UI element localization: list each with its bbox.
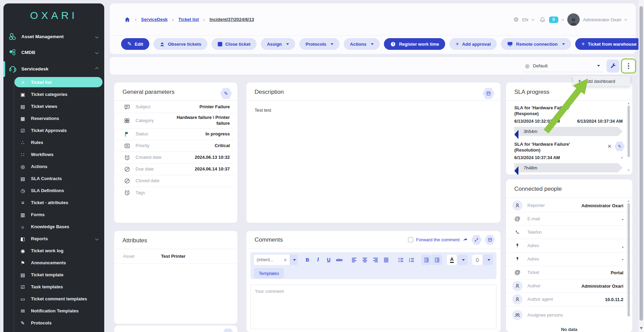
breadcrumb-incident[interactable]: Incident/37/2024/6/13	[210, 17, 254, 22]
clear-font-icon[interactable]: ✕	[283, 257, 287, 263]
sidebar-item-rules[interactable]: ∴ Rules	[3, 136, 104, 148]
oxari-logo: OXARI	[3, 10, 104, 21]
collapse-panel-button[interactable]	[485, 235, 495, 245]
sidebar-item-ticket-list[interactable]: ≡ Ticket list	[3, 76, 104, 88]
actions-button[interactable]: Actions	[344, 38, 380, 50]
edit-button-partial[interactable]	[222, 329, 234, 332]
forward-comment-checkbox[interactable]	[408, 237, 413, 242]
breadcrumb-servicedesk[interactable]: ServiceDesk	[141, 17, 168, 22]
font-family-select[interactable]: (inherit... ✕	[254, 255, 298, 265]
align-right-button[interactable]	[371, 255, 380, 265]
strikethrough-button[interactable]: abc	[334, 255, 344, 265]
sla-progress-bar: 3h54m	[514, 127, 623, 136]
edit-parameters-button[interactable]: ✎	[220, 88, 232, 99]
assign-button[interactable]: Assign	[261, 38, 295, 50]
sidebar-item-ticket-approvals[interactable]: ☑ Ticket Approvals	[3, 124, 104, 136]
edit-button[interactable]: ✎ Edit	[121, 38, 149, 50]
caret-down-icon	[293, 259, 296, 261]
sidebar-item-forms[interactable]: ▥ Forms	[3, 209, 104, 221]
sidebar-item-reports[interactable]: ◧ Reports	[3, 233, 104, 245]
sidebar-item-ticket-views[interactable]: ▤ Ticket views	[3, 100, 104, 112]
chevron-down-icon[interactable]	[624, 18, 627, 20]
sla-end-date: -	[621, 155, 623, 160]
sidebar-item-ticket-comment-templates[interactable]: ▭ Ticket comment templates	[3, 293, 104, 305]
protocols-button[interactable]: Protocols	[299, 38, 340, 50]
panel-title: Comments	[246, 236, 283, 243]
view-icon: ◎	[525, 63, 529, 69]
indent-button[interactable]	[432, 255, 442, 265]
chevron-down-icon[interactable]	[532, 18, 534, 20]
align-justify-button[interactable]	[381, 255, 391, 265]
sidebar-item-workflows[interactable]: ∷ Workflows	[3, 148, 104, 161]
sidebar-item-notification-templates[interactable]: ✉ Notification Templates	[3, 305, 104, 317]
page-scrollbar[interactable]	[638, 0, 644, 332]
observe-tickets-button[interactable]: Observe tickets	[153, 38, 207, 50]
align-left-button[interactable]	[349, 255, 359, 265]
breadcrumb-ticket-list[interactable]: Ticket list	[178, 17, 199, 22]
add-approval-button[interactable]: + Add approval	[449, 38, 497, 50]
chevron-down-icon[interactable]	[561, 18, 564, 20]
dashboard-more-options-button[interactable]	[621, 58, 636, 74]
scrollbar-down-arrow[interactable]	[640, 327, 643, 329]
stopwatch-icon: ◷	[19, 188, 26, 193]
dashboard-settings-wrench-button[interactable]	[607, 59, 620, 73]
sidebar-item-ticket-template[interactable]: ▤ Ticket template	[3, 269, 104, 281]
people-scrollbar[interactable]: ▲	[627, 199, 630, 328]
forward-comment-label[interactable]: Forward the comment	[416, 237, 460, 242]
sla-scrollbar[interactable]: ▲ ▼	[627, 102, 630, 172]
register-work-time-button[interactable]: Register work time	[384, 38, 445, 50]
comment-placeholder: Your comment	[255, 289, 283, 294]
sidebar-item-reservations[interactable]: ▦ Reservations	[3, 112, 104, 124]
scrollbar-thumb[interactable]	[640, 6, 643, 321]
sidebar-item-announcements[interactable]: ⚑ Announcements	[3, 257, 104, 269]
sidebar-item-knowledge-bases[interactable]: ☼ Knowledge Bases	[3, 221, 104, 233]
numbered-list-button[interactable]: 123	[407, 255, 417, 265]
phone-icon	[512, 227, 523, 237]
close-ticket-button[interactable]: Close ticket	[212, 38, 257, 50]
bullet-list-button[interactable]	[396, 255, 406, 265]
text-color-dropdown[interactable]	[458, 255, 468, 265]
highlight-color-dropdown[interactable]	[483, 255, 493, 265]
align-center-button[interactable]	[360, 255, 370, 265]
settings-gear-icon[interactable]: ⚙	[513, 16, 518, 23]
add-dashboard-menu-item[interactable]: + Add dashboard	[573, 76, 630, 86]
sidebar-item-actions[interactable]: ◎ Actions	[3, 161, 104, 173]
list-group: 123	[396, 255, 417, 265]
sidebar-item-servicedesk[interactable]: Servicedesk	[3, 63, 104, 75]
avatar[interactable]	[567, 13, 580, 26]
remote-connection-button[interactable]: Remote connection	[501, 38, 571, 50]
sidebar-item-task-templates[interactable]: ☑ Task templates	[3, 281, 104, 293]
notification-badge: 0	[549, 16, 558, 23]
underline-button[interactable]: U	[324, 255, 334, 265]
sidebar-item-ticket-work-log[interactable]: ◉ Ticket work log	[3, 245, 104, 257]
edit-sla-button[interactable]: ✎	[614, 142, 625, 151]
expand-panel-button[interactable]	[471, 235, 482, 245]
user-name[interactable]: Administrator Oxari	[583, 17, 621, 22]
sidebar-item-protocols[interactable]: ✎ Protocols	[3, 317, 104, 329]
sidebar-item-ticket-categories[interactable]: ▣ Ticket categories	[3, 88, 104, 100]
language-selector[interactable]: EN	[522, 17, 528, 22]
sidebar-item-asset-management[interactable]: Asset Management	[3, 30, 104, 43]
bold-button[interactable]: B	[302, 255, 312, 265]
sidebar-item-sla-contracts[interactable]: ▤ SLA Contracts	[3, 173, 104, 185]
bell-icon[interactable]	[539, 16, 546, 23]
sla-start-date: 6/13/2024 10:32:03 AM	[514, 119, 560, 124]
comment-input[interactable]: Your comment	[250, 285, 496, 329]
templates-button[interactable]: Templates	[254, 268, 284, 278]
highlight-color-button[interactable]	[472, 255, 482, 265]
sidebar-item-sla-definitions[interactable]: ◷ SLA Definitions	[3, 185, 104, 197]
dashboard-select[interactable]: ◎ Default	[523, 60, 602, 72]
font-color-group: A	[447, 255, 468, 265]
italic-button[interactable]: I	[313, 255, 323, 265]
dashboard-bar: ◎ Default	[110, 57, 636, 75]
remove-sla-icon[interactable]: ✕	[607, 143, 612, 150]
ticket-from-warehouse-button[interactable]: + Ticket from warehouse	[575, 38, 643, 50]
outdent-button[interactable]	[421, 255, 431, 265]
spy-icon	[160, 42, 165, 47]
text-color-button[interactable]: A	[447, 255, 457, 265]
home-icon[interactable]	[124, 16, 130, 23]
collapse-panel-button[interactable]	[483, 88, 494, 99]
sidebar-item-cmdb[interactable]: CMDB	[3, 46, 104, 58]
sidebar-item-ticket-attributes[interactable]: ≡ Ticket - attributes	[3, 197, 104, 209]
plus-icon: +	[581, 41, 585, 47]
